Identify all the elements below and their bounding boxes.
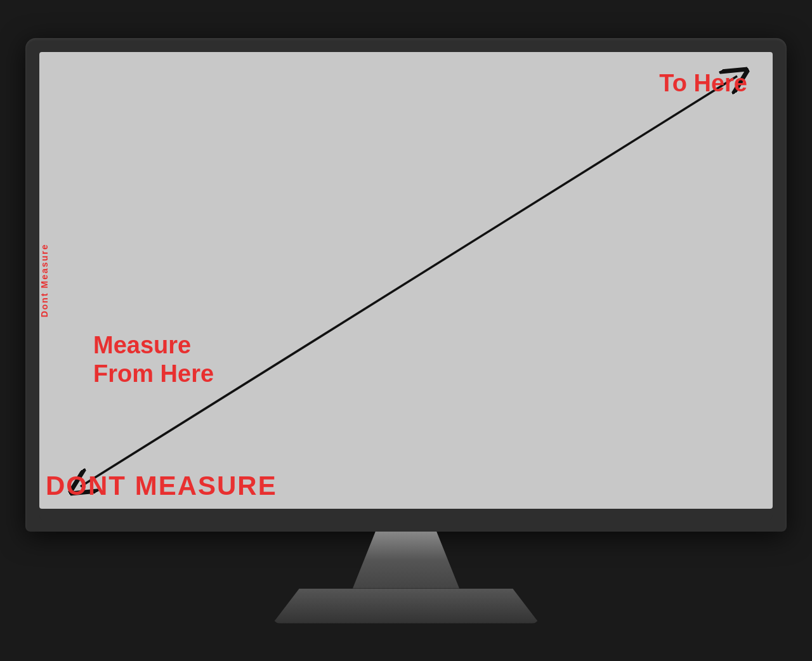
monitor-stand-base — [273, 589, 539, 624]
bezel-bottom-bar — [39, 509, 773, 520]
to-here-label: To Here — [659, 70, 747, 97]
dont-measure-bottom-label: DONT MEASURE — [46, 471, 277, 501]
measurement-arrow — [39, 52, 773, 509]
screen: Measure From Here To Here Dont Measure D… — [39, 52, 773, 509]
monitor-bezel: Measure From Here To Here Dont Measure D… — [25, 38, 787, 532]
measure-from-label: Measure From Here — [93, 331, 214, 389]
dont-measure-vertical-label: Dont Measure — [39, 243, 49, 317]
monitor-stand-neck — [330, 532, 482, 589]
svg-line-0 — [81, 76, 737, 487]
monitor-wrapper: Measure From Here To Here Dont Measure D… — [19, 38, 793, 624]
